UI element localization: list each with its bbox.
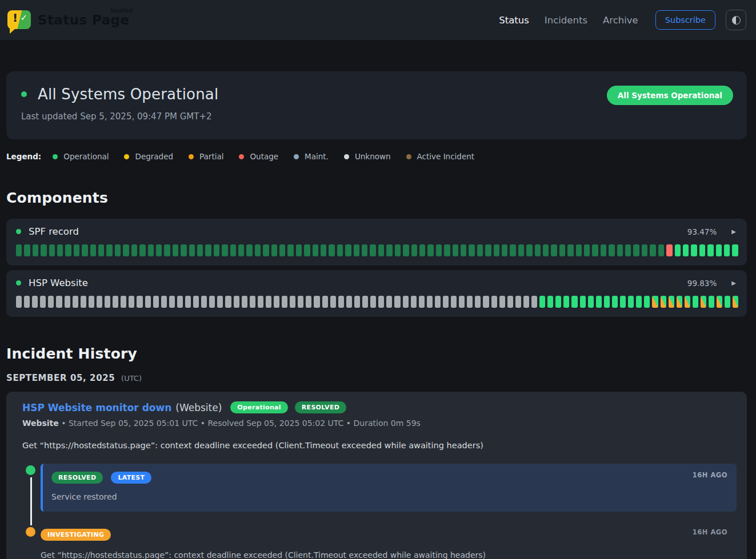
expand-chevron-icon[interactable]: ▶ (731, 280, 736, 286)
uptime-bar[interactable] (725, 296, 730, 308)
uptime-bar[interactable] (33, 244, 38, 256)
uptime-bar[interactable] (652, 296, 658, 308)
uptime-bar[interactable] (661, 296, 666, 308)
uptime-bar[interactable] (669, 296, 674, 308)
uptime-bar[interactable] (56, 296, 62, 308)
uptime-bar[interactable] (205, 244, 211, 256)
uptime-bar[interactable] (97, 296, 102, 308)
uptime-bar[interactable] (596, 296, 602, 308)
uptime-bar[interactable] (65, 244, 71, 256)
uptime-bar[interactable] (250, 296, 255, 308)
nav-archive[interactable]: Archive (603, 15, 638, 26)
uptime-bar[interactable] (633, 244, 639, 256)
uptime-bar[interactable] (507, 296, 513, 308)
uptime-bar[interactable] (592, 244, 598, 256)
uptime-bar[interactable] (329, 244, 334, 256)
uptime-bar[interactable] (419, 244, 425, 256)
uptime-bar[interactable] (90, 244, 96, 256)
uptime-bar[interactable] (306, 296, 311, 308)
brand[interactable]: ! ✓ Status Page hosted (7, 9, 129, 31)
uptime-bar[interactable] (620, 296, 626, 308)
uptime-bar[interactable] (246, 244, 252, 256)
uptime-bar[interactable] (65, 296, 70, 308)
uptime-bar[interactable] (609, 244, 614, 256)
uptime-bar[interactable] (601, 244, 606, 256)
nav-status[interactable]: Status (499, 15, 529, 26)
component-row-hsp-website[interactable]: HSP Website 99.83% ▶ (6, 270, 747, 317)
uptime-bar[interactable] (238, 244, 244, 256)
overall-status-badge[interactable]: All Systems Operational (607, 86, 733, 105)
uptime-bar[interactable] (345, 244, 351, 256)
uptime-bar[interactable] (214, 244, 219, 256)
uptime-bar[interactable] (282, 296, 287, 308)
uptime-bar[interactable] (588, 296, 594, 308)
uptime-bar[interactable] (298, 296, 303, 308)
uptime-bar[interactable] (403, 244, 409, 256)
uptime-bar[interactable] (724, 244, 730, 256)
uptime-bar[interactable] (427, 244, 433, 256)
uptime-bar[interactable] (691, 244, 697, 256)
uptime-bar[interactable] (89, 296, 94, 308)
uptime-bar[interactable] (427, 296, 433, 308)
uptime-bar[interactable] (177, 296, 183, 308)
uptime-bar[interactable] (709, 296, 714, 308)
uptime-bar[interactable] (531, 296, 537, 308)
uptime-bar[interactable] (419, 296, 425, 308)
uptime-bar[interactable] (459, 296, 465, 308)
uptime-bar[interactable] (57, 244, 63, 256)
uptime-bar[interactable] (526, 244, 532, 256)
uptime-bar[interactable] (354, 244, 359, 256)
uptime-bar[interactable] (225, 296, 231, 308)
uptime-bar[interactable] (677, 296, 682, 308)
uptime-bar[interactable] (234, 296, 239, 308)
theme-toggle-button[interactable] (726, 10, 746, 30)
uptime-bar[interactable] (304, 244, 310, 256)
uptime-bar[interactable] (338, 296, 344, 308)
uptime-bar[interactable] (685, 296, 690, 308)
uptime-bar[interactable] (145, 296, 151, 308)
uptime-bar[interactable] (502, 244, 507, 256)
uptime-bar[interactable] (604, 296, 610, 308)
uptime-bar[interactable] (435, 296, 441, 308)
uptime-bar[interactable] (82, 244, 87, 256)
uptime-bar[interactable] (436, 244, 442, 256)
uptime-bar[interactable] (475, 296, 481, 308)
uptime-bar[interactable] (321, 244, 326, 256)
uptime-bar[interactable] (156, 244, 162, 256)
uptime-bar[interactable] (164, 244, 170, 256)
uptime-bar[interactable] (403, 296, 409, 308)
uptime-bar[interactable] (263, 244, 269, 256)
uptime-bar[interactable] (115, 244, 121, 256)
uptime-bar[interactable] (346, 296, 352, 308)
uptime-bar[interactable] (477, 244, 483, 256)
uptime-bar[interactable] (625, 244, 631, 256)
uptime-bar[interactable] (461, 244, 466, 256)
uptime-bar[interactable] (181, 244, 186, 256)
component-row-spf-record[interactable]: SPF record 93.47% ▶ (6, 219, 747, 266)
uptime-bar[interactable] (153, 296, 159, 308)
uptime-bar[interactable] (330, 296, 336, 308)
uptime-bar[interactable] (563, 296, 569, 308)
uptime-bar[interactable] (193, 296, 199, 308)
uptime-bar[interactable] (137, 296, 142, 308)
uptime-bar[interactable] (362, 244, 367, 256)
uptime-bar[interactable] (485, 244, 491, 256)
uptime-bar[interactable] (580, 296, 586, 308)
uptime-bar[interactable] (636, 296, 642, 308)
incident-title-link[interactable]: HSP Website monitor down (22, 402, 171, 413)
uptime-bar[interactable] (443, 296, 449, 308)
uptime-bar[interactable] (567, 244, 573, 256)
uptime-bar[interactable] (411, 296, 417, 308)
uptime-bar[interactable] (274, 296, 279, 308)
uptime-bar[interactable] (258, 296, 263, 308)
uptime-bar[interactable] (362, 296, 368, 308)
nav-incidents[interactable]: Incidents (545, 15, 587, 26)
uptime-bar[interactable] (666, 244, 672, 256)
uptime-bar[interactable] (161, 296, 167, 308)
uptime-bar[interactable] (217, 296, 223, 308)
uptime-bar[interactable] (296, 244, 302, 256)
uptime-bar[interactable] (707, 244, 713, 256)
uptime-bar[interactable] (411, 244, 417, 256)
uptime-bar[interactable] (16, 244, 22, 256)
uptime-bar[interactable] (32, 296, 38, 308)
